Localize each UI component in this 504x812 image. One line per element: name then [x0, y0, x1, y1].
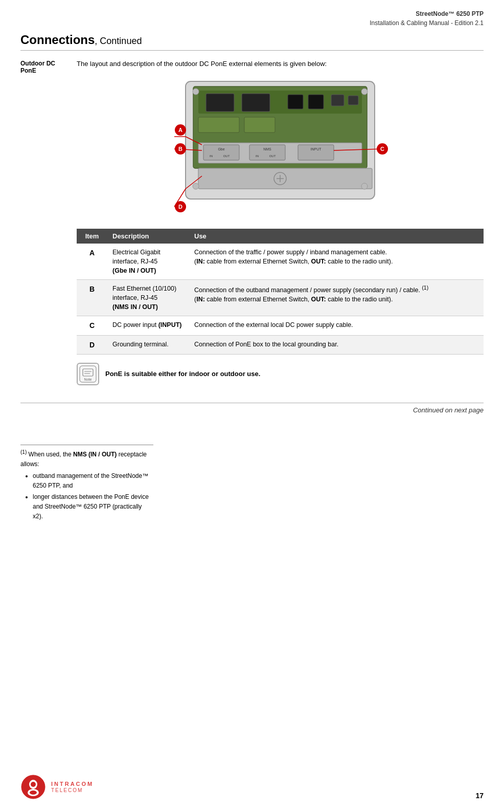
right-content: The layout and description of the outdoo… — [77, 59, 484, 396]
svg-rect-5 — [288, 95, 303, 109]
continued-label: , Continued — [95, 36, 142, 46]
device-svg: Gbe IN OUT NMS IN OUT INPUT — [170, 76, 390, 220]
page-title: Connections, Continued — [20, 33, 484, 47]
desc-bold-c: (INPUT) — [158, 321, 182, 328]
header: StreetNode™ 6250 PTP Installation & Cabl… — [20, 9, 484, 28]
svg-text:C: C — [380, 146, 384, 152]
svg-text:NMS: NMS — [263, 147, 271, 151]
footnote-bullet-1: outband management of the StreetNode™ 62… — [33, 471, 153, 491]
header-title: StreetNode™ 6250 PTP — [20, 9, 484, 18]
table-row: D Grounding terminal. Connection of PonE… — [77, 335, 484, 354]
svg-point-28 — [193, 183, 199, 189]
note-svg: Note — [79, 365, 97, 383]
footnote-bullets: outband management of the StreetNode™ 62… — [33, 471, 153, 521]
svg-text:OUT: OUT — [223, 155, 230, 158]
footnote-text: (1) When used, the NMS (IN / OUT) recept… — [20, 448, 153, 469]
section-label: Outdoor DC PonE — [20, 59, 77, 396]
row-use-a: Connection of the traffic / power supply… — [189, 244, 484, 280]
row-item-b: B — [77, 279, 107, 316]
svg-rect-8 — [348, 96, 358, 105]
svg-point-53 — [30, 791, 37, 795]
footnote-bullet-2: longer distances between the PonE device… — [33, 492, 153, 522]
svg-rect-9 — [198, 117, 239, 133]
main-content: Outdoor DC PonE The layout and descripti… — [20, 59, 484, 396]
company-logo — [20, 774, 46, 800]
table-header-row: Item Description Use — [77, 229, 484, 244]
col-description: Description — [107, 229, 189, 244]
svg-point-29 — [361, 183, 368, 189]
logo-text-block: INTRACOM TELECOM — [51, 781, 94, 793]
row-desc-d: Grounding terminal. — [107, 335, 189, 354]
svg-text:D: D — [178, 204, 182, 210]
info-table: Item Description Use A Electrical Gigabi… — [77, 229, 484, 355]
svg-text:IN: IN — [210, 155, 213, 158]
svg-rect-7 — [331, 95, 344, 106]
svg-rect-3 — [206, 94, 234, 112]
svg-rect-4 — [242, 94, 270, 112]
footnote-ref-1: (1) — [422, 285, 428, 291]
svg-text:B: B — [178, 146, 182, 152]
note-text: PonE is suitable either for indoor or ou… — [105, 370, 260, 378]
col-use: Use — [189, 229, 484, 244]
row-desc-c: DC power input (INPUT) — [107, 316, 189, 335]
table-row: C DC power input (INPUT) Connection of t… — [77, 316, 484, 335]
footnote-section: (1) When used, the NMS (IN / OUT) recept… — [20, 445, 153, 521]
desc-bold-a: (Gbe IN / OUT) — [112, 267, 156, 274]
logo-sub: TELECOM — [51, 787, 94, 793]
continued-on-next: Continued on next page — [20, 406, 484, 414]
svg-point-26 — [193, 89, 199, 95]
svg-rect-6 — [308, 95, 324, 109]
row-use-c: Connection of the external local DC powe… — [189, 316, 484, 335]
page-number: 17 — [475, 792, 484, 800]
footnote-bold: NMS (IN / OUT) — [73, 451, 117, 458]
svg-rect-22 — [198, 168, 372, 189]
use-in-b: IN: — [196, 296, 205, 303]
svg-text:A: A — [178, 127, 182, 133]
svg-text:IN: IN — [256, 155, 259, 158]
svg-text:Note: Note — [84, 378, 92, 381]
row-use-d: Connection of PonE box to the local grou… — [189, 335, 484, 354]
row-use-b: Connection of the outband management / p… — [189, 279, 484, 316]
row-item-a: A — [77, 244, 107, 280]
use-out-a: OUT: — [311, 258, 326, 265]
logo-section: INTRACOM TELECOM — [20, 774, 94, 800]
connections-label: Connections — [20, 33, 95, 47]
desc-bold-b: (NMS IN / OUT) — [112, 303, 158, 311]
use-out-b: OUT: — [311, 296, 326, 303]
header-subtitle: Installation & Cabling Manual - Edition … — [20, 18, 484, 28]
row-desc-b: Fast Ethernet (10/100) interface, RJ-45 … — [107, 279, 189, 316]
note-box: Note PonE is suitable either for indoor … — [77, 363, 484, 385]
row-desc-a: Electrical Gigabit interface, RJ-45 (Gbe… — [107, 244, 189, 280]
svg-point-27 — [361, 89, 368, 95]
logo-company: INTRACOM — [51, 781, 94, 787]
description-text: The layout and description of the outdoo… — [77, 59, 484, 69]
footnote-marker: (1) — [20, 449, 27, 455]
note-icon: Note — [77, 363, 99, 385]
svg-text:OUT: OUT — [269, 155, 276, 158]
table-row: A Electrical Gigabit interface, RJ-45 (G… — [77, 244, 484, 280]
use-in-a: IN: — [196, 258, 205, 265]
svg-rect-10 — [244, 117, 275, 133]
col-item: Item — [77, 229, 107, 244]
row-item-d: D — [77, 335, 107, 354]
page: StreetNode™ 6250 PTP Installation & Cabl… — [0, 0, 504, 812]
svg-text:Gbe: Gbe — [218, 147, 224, 151]
device-diagram: Gbe IN OUT NMS IN OUT INPUT — [77, 76, 484, 220]
title-divider — [20, 50, 484, 51]
footer-divider — [20, 403, 484, 403]
svg-text:INPUT: INPUT — [311, 147, 322, 151]
svg-point-52 — [31, 782, 36, 787]
table-row: B Fast Ethernet (10/100) interface, RJ-4… — [77, 279, 484, 316]
row-item-c: C — [77, 316, 107, 335]
